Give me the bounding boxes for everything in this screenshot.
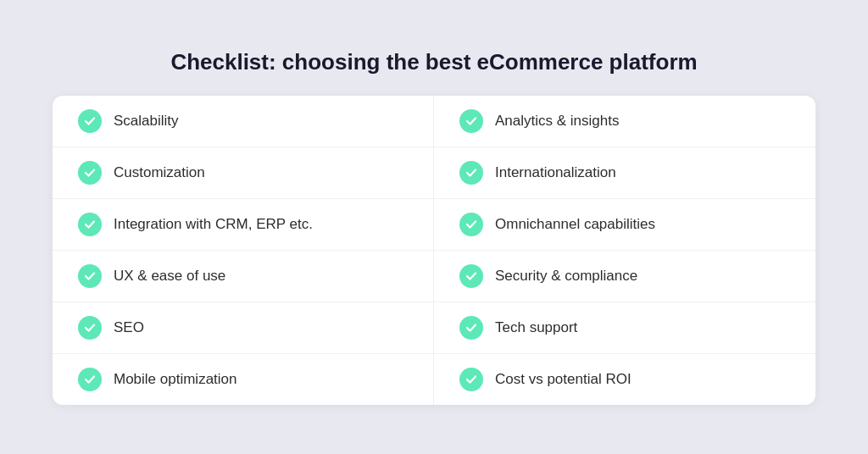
check-icon	[459, 213, 483, 236]
check-icon	[459, 368, 483, 391]
checklist-card: Scalability Analytics & insights Customi…	[53, 96, 815, 405]
item-label: Analytics & insights	[495, 113, 619, 130]
item-label: Security & compliance	[495, 268, 637, 285]
item-label: Omnichannel capabilities	[495, 216, 655, 233]
checklist-grid: Scalability Analytics & insights Customi…	[53, 96, 815, 405]
item-label: SEO	[114, 319, 144, 336]
checklist-item: Security & compliance	[434, 251, 815, 302]
checklist-item: Tech support	[434, 302, 815, 354]
checklist-item: Mobile optimization	[53, 354, 434, 405]
checklist-item: Customization	[53, 147, 434, 199]
check-icon	[459, 316, 483, 340]
check-icon	[78, 213, 102, 236]
check-icon	[78, 264, 102, 288]
item-label: Internationalization	[495, 164, 616, 181]
item-label: Tech support	[495, 319, 577, 336]
checklist-item: SEO	[53, 302, 434, 354]
checklist-item: Analytics & insights	[434, 96, 815, 147]
check-icon	[78, 161, 102, 185]
check-icon	[459, 161, 483, 185]
item-label: Cost vs potential ROI	[495, 371, 632, 388]
check-icon	[459, 109, 483, 133]
checklist-item: Internationalization	[434, 147, 815, 199]
page-title: Checklist: choosing the best eCommerce p…	[170, 49, 697, 75]
item-label: Customization	[114, 164, 205, 181]
check-icon	[78, 368, 102, 391]
item-label: UX & ease of use	[114, 268, 225, 285]
checklist-item: UX & ease of use	[53, 251, 434, 302]
check-icon	[78, 109, 102, 133]
checklist-item: Omnichannel capabilities	[434, 199, 815, 251]
checklist-item: Cost vs potential ROI	[434, 354, 815, 405]
check-icon	[78, 316, 102, 340]
checklist-item: Integration with CRM, ERP etc.	[53, 199, 434, 251]
item-label: Mobile optimization	[114, 371, 237, 388]
check-icon	[459, 264, 483, 288]
item-label: Integration with CRM, ERP etc.	[114, 216, 313, 233]
checklist-item: Scalability	[53, 96, 434, 147]
page-container: Checklist: choosing the best eCommerce p…	[0, 0, 868, 454]
item-label: Scalability	[114, 113, 179, 130]
